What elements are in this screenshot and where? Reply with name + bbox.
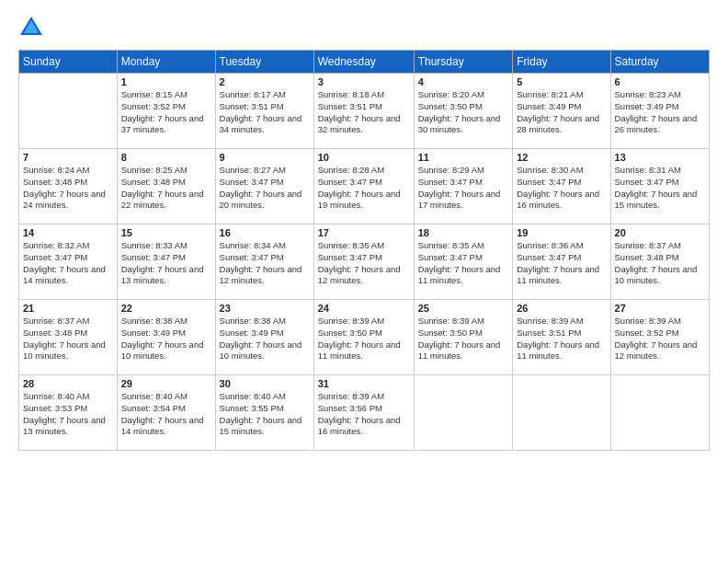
day-info: Sunrise: 8:40 AMSunset: 3:54 PMDaylight:… <box>121 391 211 438</box>
calendar-cell: 23Sunrise: 8:38 AMSunset: 3:49 PMDayligh… <box>215 300 313 375</box>
day-number: 24 <box>318 303 410 314</box>
calendar-week-row: 1Sunrise: 8:15 AMSunset: 3:52 PMDaylight… <box>19 74 710 149</box>
calendar-week-row: 7Sunrise: 8:24 AMSunset: 3:48 PMDaylight… <box>19 149 710 224</box>
day-info: Sunrise: 8:18 AMSunset: 3:51 PMDaylight:… <box>318 89 410 136</box>
day-number: 27 <box>615 303 705 314</box>
day-info: Sunrise: 8:39 AMSunset: 3:50 PMDaylight:… <box>418 316 509 362</box>
col-header-saturday: Saturday <box>610 51 709 74</box>
calendar-cell: 13Sunrise: 8:31 AMSunset: 3:47 PMDayligh… <box>610 149 709 224</box>
day-number: 21 <box>23 303 113 314</box>
calendar-cell: 4Sunrise: 8:20 AMSunset: 3:50 PMDaylight… <box>414 74 513 149</box>
calendar-cell: 7Sunrise: 8:24 AMSunset: 3:48 PMDaylight… <box>19 149 118 224</box>
calendar-cell: 1Sunrise: 8:15 AMSunset: 3:52 PMDaylight… <box>117 74 215 149</box>
day-info: Sunrise: 8:36 AMSunset: 3:47 PMDaylight:… <box>517 240 606 287</box>
calendar-header-row: SundayMondayTuesdayWednesdayThursdayFrid… <box>19 51 710 74</box>
calendar-cell: 31Sunrise: 8:39 AMSunset: 3:56 PMDayligh… <box>313 375 414 451</box>
calendar-cell <box>19 74 118 149</box>
day-number: 22 <box>121 303 211 314</box>
day-info: Sunrise: 8:40 AMSunset: 3:55 PMDaylight:… <box>220 391 310 438</box>
calendar-cell: 18Sunrise: 8:35 AMSunset: 3:47 PMDayligh… <box>414 224 513 300</box>
day-info: Sunrise: 8:39 AMSunset: 3:50 PMDaylight:… <box>318 316 410 362</box>
day-info: Sunrise: 8:34 AMSunset: 3:47 PMDaylight:… <box>220 240 310 287</box>
calendar-cell: 15Sunrise: 8:33 AMSunset: 3:47 PMDayligh… <box>117 224 215 300</box>
day-number: 5 <box>517 76 606 87</box>
day-number: 29 <box>121 378 211 389</box>
calendar-cell <box>610 375 709 451</box>
day-number: 28 <box>23 378 113 389</box>
day-info: Sunrise: 8:37 AMSunset: 3:48 PMDaylight:… <box>23 316 113 362</box>
calendar-cell: 25Sunrise: 8:39 AMSunset: 3:50 PMDayligh… <box>414 300 513 375</box>
calendar-cell <box>513 375 610 451</box>
col-header-monday: Monday <box>117 51 215 74</box>
calendar-cell: 12Sunrise: 8:30 AMSunset: 3:47 PMDayligh… <box>513 149 610 224</box>
day-number: 18 <box>418 227 509 238</box>
day-number: 13 <box>615 152 705 163</box>
calendar-cell: 16Sunrise: 8:34 AMSunset: 3:47 PMDayligh… <box>215 224 313 300</box>
calendar-table: SundayMondayTuesdayWednesdayThursdayFrid… <box>18 50 710 451</box>
day-info: Sunrise: 8:35 AMSunset: 3:47 PMDaylight:… <box>318 240 410 287</box>
calendar-cell: 6Sunrise: 8:23 AMSunset: 3:49 PMDaylight… <box>610 74 709 149</box>
day-number: 31 <box>318 378 410 389</box>
calendar-cell: 28Sunrise: 8:40 AMSunset: 3:53 PMDayligh… <box>19 375 118 451</box>
calendar-cell: 5Sunrise: 8:21 AMSunset: 3:49 PMDaylight… <box>513 74 610 149</box>
calendar-cell: 9Sunrise: 8:27 AMSunset: 3:47 PMDaylight… <box>215 149 313 224</box>
day-number: 4 <box>418 76 509 87</box>
calendar-cell: 11Sunrise: 8:29 AMSunset: 3:47 PMDayligh… <box>414 149 513 224</box>
day-number: 8 <box>121 152 211 163</box>
day-info: Sunrise: 8:25 AMSunset: 3:48 PMDaylight:… <box>121 165 211 212</box>
page: SundayMondayTuesdayWednesdayThursdayFrid… <box>0 0 728 563</box>
day-info: Sunrise: 8:38 AMSunset: 3:49 PMDaylight:… <box>121 316 211 362</box>
day-number: 11 <box>418 152 509 163</box>
day-number: 3 <box>318 76 410 87</box>
calendar-cell: 24Sunrise: 8:39 AMSunset: 3:50 PMDayligh… <box>313 300 414 375</box>
day-info: Sunrise: 8:38 AMSunset: 3:49 PMDaylight:… <box>220 316 310 362</box>
col-header-friday: Friday <box>513 51 610 74</box>
day-info: Sunrise: 8:24 AMSunset: 3:48 PMDaylight:… <box>23 165 113 212</box>
calendar-cell: 17Sunrise: 8:35 AMSunset: 3:47 PMDayligh… <box>313 224 414 300</box>
day-info: Sunrise: 8:39 AMSunset: 3:56 PMDaylight:… <box>318 391 410 438</box>
day-info: Sunrise: 8:33 AMSunset: 3:47 PMDaylight:… <box>121 240 211 287</box>
col-header-wednesday: Wednesday <box>313 51 414 74</box>
day-number: 12 <box>517 152 606 163</box>
day-number: 30 <box>220 378 310 389</box>
day-info: Sunrise: 8:30 AMSunset: 3:47 PMDaylight:… <box>517 165 606 212</box>
calendar-cell: 8Sunrise: 8:25 AMSunset: 3:48 PMDaylight… <box>117 149 215 224</box>
day-info: Sunrise: 8:37 AMSunset: 3:48 PMDaylight:… <box>615 240 705 287</box>
day-info: Sunrise: 8:35 AMSunset: 3:47 PMDaylight:… <box>418 240 509 287</box>
calendar-cell: 14Sunrise: 8:32 AMSunset: 3:47 PMDayligh… <box>19 224 118 300</box>
calendar-cell: 26Sunrise: 8:39 AMSunset: 3:51 PMDayligh… <box>513 300 610 375</box>
day-info: Sunrise: 8:27 AMSunset: 3:47 PMDaylight:… <box>220 165 310 212</box>
logo-icon <box>18 15 44 40</box>
day-info: Sunrise: 8:32 AMSunset: 3:47 PMDaylight:… <box>23 240 113 287</box>
day-number: 19 <box>517 227 606 238</box>
calendar-cell: 3Sunrise: 8:18 AMSunset: 3:51 PMDaylight… <box>313 74 414 149</box>
day-number: 14 <box>23 227 113 238</box>
day-info: Sunrise: 8:20 AMSunset: 3:50 PMDaylight:… <box>418 89 509 136</box>
day-number: 26 <box>517 303 606 314</box>
calendar-cell: 20Sunrise: 8:37 AMSunset: 3:48 PMDayligh… <box>610 224 709 300</box>
day-number: 10 <box>318 152 410 163</box>
calendar-cell: 30Sunrise: 8:40 AMSunset: 3:55 PMDayligh… <box>215 375 313 451</box>
header <box>18 15 710 40</box>
day-number: 20 <box>615 227 705 238</box>
day-number: 16 <box>220 227 310 238</box>
col-header-tuesday: Tuesday <box>215 51 313 74</box>
day-info: Sunrise: 8:28 AMSunset: 3:47 PMDaylight:… <box>318 165 410 212</box>
day-info: Sunrise: 8:40 AMSunset: 3:53 PMDaylight:… <box>23 391 113 438</box>
day-number: 25 <box>418 303 509 314</box>
col-header-thursday: Thursday <box>414 51 513 74</box>
day-number: 6 <box>615 76 705 87</box>
day-number: 9 <box>220 152 310 163</box>
day-info: Sunrise: 8:29 AMSunset: 3:47 PMDaylight:… <box>418 165 509 212</box>
day-number: 1 <box>121 76 211 87</box>
calendar-cell: 10Sunrise: 8:28 AMSunset: 3:47 PMDayligh… <box>313 149 414 224</box>
day-number: 17 <box>318 227 410 238</box>
calendar-cell: 19Sunrise: 8:36 AMSunset: 3:47 PMDayligh… <box>513 224 610 300</box>
calendar-cell <box>414 375 513 451</box>
calendar-cell: 29Sunrise: 8:40 AMSunset: 3:54 PMDayligh… <box>117 375 215 451</box>
day-number: 2 <box>220 76 310 87</box>
day-number: 23 <box>220 303 310 314</box>
calendar-cell: 21Sunrise: 8:37 AMSunset: 3:48 PMDayligh… <box>19 300 118 375</box>
day-info: Sunrise: 8:31 AMSunset: 3:47 PMDaylight:… <box>615 165 705 212</box>
day-info: Sunrise: 8:15 AMSunset: 3:52 PMDaylight:… <box>121 89 211 136</box>
